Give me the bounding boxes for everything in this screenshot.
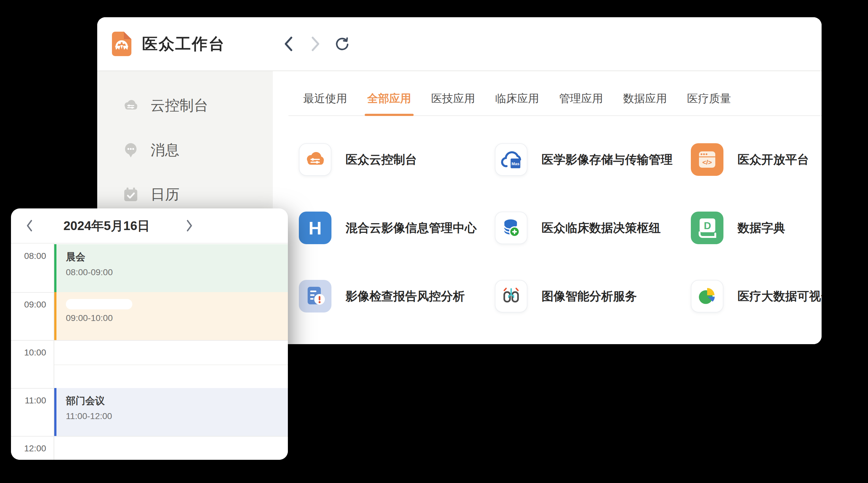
event-title: 部门会议 xyxy=(66,394,288,408)
tab-medical-quality[interactable]: 医疗质量 xyxy=(687,91,731,115)
refresh-button[interactable] xyxy=(335,34,350,54)
app-cloud-console[interactable]: 医众云控制台 xyxy=(299,143,495,176)
tab-clinical-apps[interactable]: 临床应用 xyxy=(495,91,539,115)
app-label: 医众临床数据决策枢纽 xyxy=(541,220,661,236)
report-alert-icon xyxy=(299,280,332,313)
app-open-platform[interactable]: </> 医众开放平台 xyxy=(691,143,822,176)
chevron-left-icon xyxy=(283,35,294,53)
cloud-console-icon xyxy=(122,97,139,114)
open-platform-code-icon: </> xyxy=(691,143,723,176)
time-label: 10:00 xyxy=(11,348,46,358)
chevron-right-icon xyxy=(310,35,321,53)
time-label: 09:00 xyxy=(11,300,46,310)
calendar-header: 2024年5月16日 xyxy=(11,208,288,244)
half-hour-gridline xyxy=(54,364,288,365)
calendar-date-title: 2024年5月16日 xyxy=(45,217,168,234)
event-redacted[interactable]: 09:00-10:00 xyxy=(54,292,288,340)
lungs-icon xyxy=(495,280,527,313)
app-image-ai-analysis[interactable]: 图像智能分析服务 xyxy=(495,280,691,313)
redacted-title-pill xyxy=(66,299,132,309)
app-label: 医众开放平台 xyxy=(738,152,809,168)
app-big-data-visualization[interactable]: 医疗大数据可视化 xyxy=(691,280,822,313)
window-title: 医众工作台 xyxy=(142,34,225,55)
app-logo-icon xyxy=(112,32,131,56)
app-label: 数据字典 xyxy=(738,220,785,236)
calendar-icon xyxy=(122,186,139,203)
calendar-day-grid: 08:00 09:00 10:00 11:00 12:00 晨会 08:00-0… xyxy=(11,244,288,460)
refresh-icon xyxy=(335,35,350,53)
svg-text:H: H xyxy=(309,218,322,238)
event-morning-meeting[interactable]: 晨会 08:00-09:00 xyxy=(54,244,288,292)
cloud-mas-icon: Mas xyxy=(495,143,527,176)
sidebar-item-label: 消息 xyxy=(151,140,179,160)
title-bar: 医众工作台 xyxy=(97,17,822,71)
calendar-panel: 2024年5月16日 08:00 09:00 10:00 11:00 xyxy=(11,208,288,460)
event-time: 09:00-10:00 xyxy=(66,313,288,323)
app-clinical-data-hub[interactable]: 医众临床数据决策枢纽 xyxy=(495,212,691,244)
svg-text:Mas: Mas xyxy=(512,161,519,166)
app-label: 医学影像存储与传输管理 xyxy=(541,152,673,168)
chevron-left-icon xyxy=(25,219,33,232)
app-label: 影像检查报告风控分析 xyxy=(346,288,465,304)
time-label: 12:00 xyxy=(11,444,46,454)
tab-recently-used[interactable]: 最近使用 xyxy=(303,91,347,115)
sidebar-item-calendar[interactable]: 日历 xyxy=(122,180,273,210)
app-label: 图像智能分析服务 xyxy=(541,288,637,304)
sidebar-item-label: 云控制台 xyxy=(151,96,208,115)
pie-chart-icon xyxy=(691,280,723,313)
svg-text:</>: </> xyxy=(703,159,712,166)
app-label: 医众云控制台 xyxy=(346,152,417,168)
event-department-meeting[interactable]: 部门会议 11:00-12:00 xyxy=(54,388,288,436)
sidebar-item-messages[interactable]: 消息 xyxy=(122,135,273,165)
chevron-right-icon xyxy=(186,219,194,232)
tab-bar: 最近使用 全部应用 医技应用 临床应用 管理应用 数据应用 医疗质量 xyxy=(288,71,822,116)
database-plus-icon xyxy=(495,212,527,244)
hour-row-1200[interactable]: 12:00 xyxy=(11,436,288,460)
event-time: 11:00-12:00 xyxy=(66,411,288,421)
back-button[interactable] xyxy=(281,34,296,54)
screenshot-stage: 医众工作台 xyxy=(0,0,868,483)
app-report-risk-analysis[interactable]: 影像检查报告风控分析 xyxy=(299,280,495,313)
app-label: 混合云影像信息管理中心 xyxy=(346,220,477,236)
event-title: 晨会 xyxy=(66,251,288,264)
svg-text:D: D xyxy=(704,220,711,231)
time-label: 08:00 xyxy=(11,251,46,261)
data-dictionary-icon: D xyxy=(691,212,723,244)
sidebar-item-cloud-console[interactable]: 云控制台 xyxy=(122,91,273,121)
sidebar-item-label: 日历 xyxy=(151,185,179,204)
app-image-storage-transfer[interactable]: Mas 医学影像存储与传输管理 xyxy=(495,143,691,176)
tab-management-apps[interactable]: 管理应用 xyxy=(559,91,603,115)
time-label: 11:00 xyxy=(11,395,46,406)
tab-all-apps[interactable]: 全部应用 xyxy=(367,91,411,115)
event-time: 08:00-09:00 xyxy=(66,267,288,278)
tab-data-apps[interactable]: 数据应用 xyxy=(623,91,667,115)
letter-h-icon: H xyxy=(299,212,332,244)
app-grid: 医众云控制台 Mas 医学影像存储与传输管理 xyxy=(299,143,822,313)
app-data-dictionary[interactable]: D 数据字典 xyxy=(691,212,822,244)
forward-button[interactable] xyxy=(308,34,323,54)
app-label: 医疗大数据可视化 xyxy=(738,288,822,304)
cloud-sliders-icon xyxy=(299,143,332,176)
message-icon xyxy=(122,142,139,159)
browser-nav xyxy=(281,17,350,70)
hour-row-1000[interactable]: 10:00 xyxy=(11,340,288,388)
app-hybrid-cloud-imaging[interactable]: H 混合云影像信息管理中心 xyxy=(299,212,495,244)
content-area: 最近使用 全部应用 医技应用 临床应用 管理应用 数据应用 医疗质量 xyxy=(273,71,822,344)
calendar-next-button[interactable] xyxy=(182,216,197,235)
tab-medtech-apps[interactable]: 医技应用 xyxy=(431,91,475,115)
calendar-prev-button[interactable] xyxy=(22,216,37,235)
